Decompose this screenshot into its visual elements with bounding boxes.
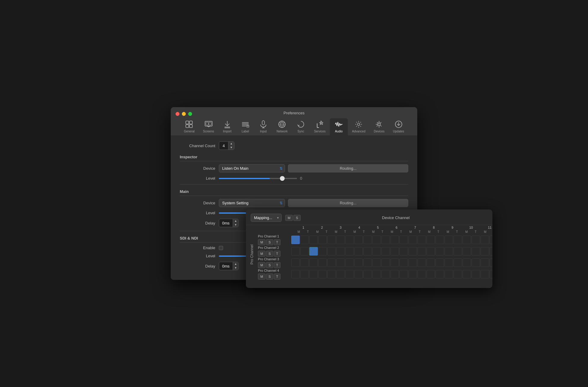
- r1-c8m[interactable]: [418, 236, 426, 244]
- toolbar-item-devices[interactable]: Devices: [369, 118, 389, 135]
- r2-c6t[interactable]: [390, 247, 399, 255]
- r3-c6m[interactable]: [381, 259, 390, 267]
- toolbar-item-advanced[interactable]: Advanced: [348, 118, 369, 135]
- r3-c1m[interactable]: [291, 259, 300, 267]
- pro-ch1-m-btn[interactable]: M: [258, 239, 265, 245]
- r3-c1t[interactable]: [300, 259, 309, 267]
- r1-c7m[interactable]: [400, 236, 408, 244]
- pro-ch2-m-btn[interactable]: M: [258, 251, 265, 257]
- r2-c1m[interactable]: [291, 247, 300, 255]
- maximize-button[interactable]: [188, 112, 192, 116]
- toolbar-item-screens[interactable]: Screens: [199, 118, 218, 135]
- r2-c11t[interactable]: [481, 247, 489, 255]
- r4-c4t[interactable]: [354, 270, 363, 278]
- mapping-select[interactable]: Mapping...: [251, 214, 282, 222]
- r3-c4m[interactable]: [345, 259, 354, 267]
- r2-c6m[interactable]: [381, 247, 390, 255]
- r2-c1t[interactable]: [300, 247, 309, 255]
- header-s-button[interactable]: S: [293, 215, 300, 221]
- pro-ch1-s-btn[interactable]: S: [266, 239, 273, 245]
- inspector-level-slider[interactable]: [219, 178, 297, 179]
- r3-c12m[interactable]: [490, 259, 492, 267]
- inspector-device-select[interactable]: Listen On Main: [219, 164, 285, 172]
- r2-c8t[interactable]: [427, 247, 435, 255]
- r1-c4t[interactable]: [354, 236, 363, 244]
- r1-c9t[interactable]: [445, 236, 453, 244]
- header-m-button[interactable]: M: [285, 215, 293, 221]
- r2-c10m[interactable]: [454, 247, 462, 255]
- r1-c2t[interactable]: [318, 236, 327, 244]
- r1-c12m[interactable]: [490, 236, 492, 244]
- inspector-routing-button[interactable]: Routing...: [288, 164, 408, 172]
- r3-c6t[interactable]: [390, 259, 399, 267]
- r2-c4t[interactable]: [354, 247, 363, 255]
- r1-c3m[interactable]: [327, 236, 336, 244]
- main-delay-stepper[interactable]: 0ms ▲ ▼: [219, 219, 239, 227]
- close-button[interactable]: [176, 112, 179, 116]
- r2-c9t[interactable]: [445, 247, 453, 255]
- r3-c3m[interactable]: [327, 259, 336, 267]
- r2-c4m[interactable]: [345, 247, 354, 255]
- r1-c2m[interactable]: [309, 236, 318, 244]
- r3-c9t[interactable]: [445, 259, 453, 267]
- r4-c1m[interactable]: [291, 270, 300, 278]
- r3-c7m[interactable]: [400, 259, 408, 267]
- r4-c5t[interactable]: [372, 270, 381, 278]
- r1-c10t[interactable]: [463, 236, 471, 244]
- r3-c7t[interactable]: [409, 259, 417, 267]
- toolbar-item-sync[interactable]: Sync: [292, 118, 310, 135]
- r1-c6t[interactable]: [390, 236, 399, 244]
- r2-c11m[interactable]: [472, 247, 480, 255]
- r3-c8t[interactable]: [427, 259, 435, 267]
- channel-count-stepper[interactable]: 4 ▲ ▼: [219, 141, 234, 150]
- r2-c7m[interactable]: [400, 247, 408, 255]
- minimize-button[interactable]: [182, 112, 186, 116]
- r1-c11t[interactable]: [481, 236, 489, 244]
- r4-c11t[interactable]: [481, 270, 489, 278]
- r3-c11t[interactable]: [481, 259, 489, 267]
- r4-c10m[interactable]: [454, 270, 462, 278]
- r3-c10t[interactable]: [463, 259, 471, 267]
- toolbar-item-general[interactable]: General: [180, 118, 199, 135]
- r4-c7t[interactable]: [409, 270, 417, 278]
- r4-c8m[interactable]: [418, 270, 426, 278]
- r1-c3t[interactable]: [336, 236, 345, 244]
- pro-ch2-t-btn[interactable]: T: [274, 251, 281, 257]
- r1-c5t[interactable]: [372, 236, 381, 244]
- r2-c2m[interactable]: [309, 247, 318, 255]
- r1-c11m[interactable]: [472, 236, 480, 244]
- r2-c3m[interactable]: [327, 247, 336, 255]
- pro-ch4-t-btn[interactable]: T: [274, 274, 281, 280]
- r3-c10m[interactable]: [454, 259, 462, 267]
- r2-c5t[interactable]: [372, 247, 381, 255]
- r4-c3m[interactable]: [327, 270, 336, 278]
- r4-c9t[interactable]: [445, 270, 453, 278]
- r2-c12m[interactable]: [490, 247, 492, 255]
- r2-c8m[interactable]: [418, 247, 426, 255]
- r2-c2t[interactable]: [318, 247, 327, 255]
- pro-ch1-t-btn[interactable]: T: [274, 239, 281, 245]
- r1-c1m[interactable]: [291, 236, 300, 244]
- r4-c2m[interactable]: [309, 270, 318, 278]
- stepper-up[interactable]: ▲: [228, 142, 234, 146]
- r4-c6m[interactable]: [381, 270, 390, 278]
- r3-c9m[interactable]: [436, 259, 444, 267]
- main-device-select[interactable]: System Setting: [219, 199, 285, 207]
- sdi-delay-up[interactable]: ▲: [233, 262, 239, 266]
- r2-c10t[interactable]: [463, 247, 471, 255]
- toolbar-item-services[interactable]: Services: [310, 118, 330, 135]
- pro-ch3-m-btn[interactable]: M: [258, 262, 265, 268]
- main-routing-button[interactable]: Routing...: [288, 199, 408, 207]
- r3-c2m[interactable]: [309, 259, 318, 267]
- pro-ch3-t-btn[interactable]: T: [274, 262, 281, 268]
- stepper-down[interactable]: ▼: [228, 146, 234, 150]
- r3-c5m[interactable]: [363, 259, 372, 267]
- toolbar-item-label[interactable]: Label: [236, 118, 254, 135]
- r1-c4m[interactable]: [345, 236, 354, 244]
- r1-c10m[interactable]: [454, 236, 462, 244]
- r1-c7t[interactable]: [409, 236, 417, 244]
- pro-ch3-s-btn[interactable]: S: [266, 262, 273, 268]
- r4-c6t[interactable]: [390, 270, 399, 278]
- sdi-delay-down[interactable]: ▼: [233, 266, 239, 270]
- r4-c11m[interactable]: [472, 270, 480, 278]
